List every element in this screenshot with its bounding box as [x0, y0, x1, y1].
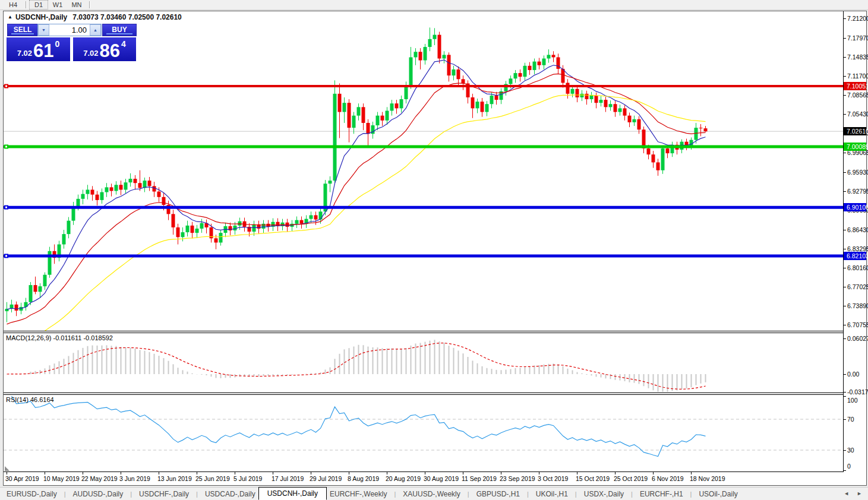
collapse-chart-icon[interactable]: ▲ — [8, 14, 12, 20]
chart-scroll-triangle-icon[interactable] — [5, 466, 10, 471]
date-axis-label: 23 Sep 2019 — [500, 475, 535, 482]
sell-price-big-digits: 61 — [33, 41, 53, 61]
rsi-axis-tick-label: 0 — [847, 463, 851, 470]
price-axis-tick-label: 7.08565 — [847, 91, 868, 99]
chevron-up-icon: ▲ — [93, 28, 97, 32]
date-axis-tick — [387, 472, 387, 474]
chart-symbol-label: USDCNH-,Daily — [15, 13, 67, 21]
timeframe-mn-button[interactable]: MN — [67, 0, 86, 10]
chart-tab-usdcnh-daily[interactable]: USDCNH-,Daily — [258, 487, 327, 500]
price-axis-tick — [844, 268, 846, 268]
tab-separator: | — [394, 490, 396, 498]
timeframe-d1-button[interactable]: D1 — [29, 0, 48, 10]
sell-price-prefix: 7.02 — [17, 49, 32, 58]
tab-scroll-left-icon[interactable]: ◄ — [844, 490, 849, 496]
chart-window: ▲USDCNH-,Daily7.03073 7.03460 7.02500 7.… — [3, 11, 867, 486]
date-axis-label: 8 Aug 2019 — [348, 475, 379, 482]
rsi-axis-tick — [844, 470, 846, 471]
chart-tab-xauusd-weekly[interactable]: XAUUSD-,Weekly — [400, 488, 463, 500]
price-axis-tick-label: 6.95930 — [847, 169, 868, 176]
date-axis: 30 Apr 201910 May 201922 May 20193 Jun 2… — [4, 472, 843, 485]
chart-tab-usdx-daily[interactable]: USDX-,Daily — [581, 488, 627, 500]
price-tag: 7.00089 — [844, 143, 866, 151]
macd-pane[interactable]: MACD(12,26,9) -0.011611 -0.018592 — [4, 333, 843, 393]
chart-title: ▲USDCNH-,Daily7.03073 7.03460 7.02500 7.… — [8, 13, 182, 21]
sell-button[interactable]: SELL — [7, 24, 38, 36]
date-axis-label: 5 Jul 2019 — [233, 475, 262, 482]
tab-scroll-right-icon[interactable]: ► — [857, 490, 862, 496]
tab-separator: | — [130, 490, 132, 498]
price-axis-tick — [844, 230, 846, 230]
date-axis-label: 30 Aug 2019 — [424, 475, 459, 482]
macd-chart-canvas[interactable] — [4, 333, 843, 393]
price-tag: 7.10051 — [844, 82, 866, 90]
price-tag: 6.90100 — [844, 203, 866, 211]
timeframe-w1-button[interactable]: W1 — [48, 0, 67, 10]
date-axis-label: 29 Jul 2019 — [310, 475, 342, 482]
rsi-axis-tick-label: 30 — [847, 447, 854, 454]
price-axis-tick-label: 7.11700 — [847, 72, 868, 80]
metatrader-window: H4 D1 W1 MN ▲USDCNH-,Daily7.03073 7.0346… — [0, 0, 868, 500]
chart-tab-audusd-daily[interactable]: AUDUSD-,Daily — [70, 488, 127, 500]
date-axis-label: 30 Apr 2019 — [5, 475, 39, 482]
date-axis-tick — [7, 472, 7, 474]
date-axis-tick — [121, 472, 121, 474]
chart-tab-gbpusd-h1[interactable]: GBPUSD-,H1 — [474, 488, 523, 500]
date-axis-label: 25 Jun 2019 — [195, 475, 230, 482]
price-axis-tick-label: 6.92795 — [847, 188, 868, 195]
chart-tab-eurusd-daily[interactable]: EURUSD-,Daily — [4, 488, 60, 500]
date-axis-label: 18 Nov 2019 — [690, 475, 725, 482]
date-axis-label: 17 Jul 2019 — [272, 475, 304, 482]
chart-tab-eurchf-weekly[interactable]: EURCHF-,Weekly — [327, 488, 390, 500]
tab-scroll-buttons: ◄ ► — [844, 490, 862, 496]
tab-separator: | — [468, 490, 469, 498]
date-axis-label: 13 Jun 2019 — [157, 475, 192, 482]
chart-tab-eurchf-h1[interactable]: EURCHF-,H1 — [637, 488, 686, 500]
chart-tab-usdchf-daily[interactable]: USDCHF-,Daily — [136, 488, 192, 500]
date-axis-tick — [691, 472, 692, 474]
price-axis-tick — [844, 38, 846, 39]
volume-decrease-button[interactable]: ▼ — [38, 24, 49, 36]
rsi-pane[interactable]: RSI(14) 46.6164 — [4, 394, 843, 472]
date-axis-tick — [349, 472, 349, 474]
date-axis-tick — [197, 472, 197, 474]
date-axis-tick — [615, 472, 616, 474]
date-axis-label: 6 Nov 2019 — [652, 475, 684, 482]
macd-axis-tick — [844, 374, 846, 375]
chart-tab-usdcad-daily[interactable]: USDCAD-,Daily — [202, 488, 258, 500]
timeframe-h4-button[interactable]: H4 — [4, 0, 23, 10]
date-axis-label: 15 Oct 2019 — [576, 475, 610, 482]
date-axis-label: 3 Oct 2019 — [538, 475, 568, 482]
toolbar-separator — [26, 1, 26, 8]
price-tag: 6.82103 — [844, 252, 866, 260]
macd-axis-tick — [844, 392, 846, 393]
buy-price-prefix: 7.02 — [83, 49, 98, 58]
chart-tab-usoil-daily[interactable]: USOil-,Daily — [696, 488, 740, 500]
rsi-axis-tick — [844, 419, 846, 420]
price-pane[interactable]: ▲USDCNH-,Daily7.03073 7.03460 7.02500 7.… — [4, 11, 843, 331]
buy-button[interactable]: BUY — [102, 24, 137, 36]
chart-tab-ukoil-h1[interactable]: UKOil-,H1 — [533, 488, 571, 500]
price-axis-tick-label: 6.70755 — [847, 321, 868, 328]
date-axis-tick — [83, 472, 83, 474]
buy-price-button[interactable]: 7.02 86 4 — [73, 37, 136, 61]
volume-spinner: ▼ ▲ — [37, 24, 102, 36]
volume-input[interactable] — [49, 24, 90, 36]
tab-separator: | — [527, 490, 529, 498]
sell-price-button[interactable]: 7.02 61 0 — [7, 37, 70, 61]
rsi-chart-canvas[interactable] — [4, 395, 843, 471]
date-axis-label: 22 May 2019 — [81, 475, 118, 482]
macd-axis-tick — [844, 338, 846, 339]
price-axis-tick — [844, 18, 846, 19]
chart-ohlc-label: 7.03073 7.03460 7.02500 7.02610 — [72, 13, 182, 21]
price-tag: 7.02610 — [844, 127, 866, 135]
price-axis-tick — [844, 191, 846, 192]
date-axis-label: 11 Sep 2019 — [462, 475, 497, 482]
price-axis-tick — [844, 114, 846, 115]
volume-increase-button[interactable]: ▲ — [90, 24, 101, 36]
date-axis-tick — [653, 472, 654, 474]
price-axis-tick-label: 7.14835 — [847, 53, 868, 61]
price-axis-tick — [844, 95, 846, 96]
tab-separator: | — [64, 490, 66, 498]
price-axis-tick-label: 6.77025 — [847, 283, 868, 290]
